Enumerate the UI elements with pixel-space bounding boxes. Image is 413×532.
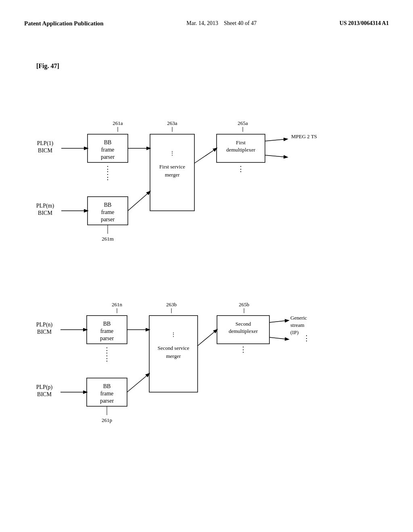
arrow-demux2-out2: [269, 337, 288, 339]
header-right: US 2013/0064314 A1: [340, 20, 389, 27]
header-left: Patent Application Publication: [24, 20, 104, 27]
page: Patent Application Publication Mar. 14, …: [0, 0, 413, 532]
bb-text-m: BB: [104, 202, 112, 208]
arrow-demux1-out2: [265, 155, 287, 157]
label-261m: 261m: [102, 236, 114, 242]
arrow-demux1-out1: [265, 139, 287, 141]
dots-generic: ⋮: [303, 334, 310, 342]
generic-text1: Generic: [290, 315, 307, 321]
frame-text-m: frame: [101, 209, 115, 215]
dots-bot-2: ⋮: [103, 354, 111, 362]
bb-text-1: BB: [104, 139, 112, 145]
bicmm-label: BICM: [38, 210, 52, 216]
parser-text-n: parser: [100, 335, 114, 341]
arrow-merger-demux1: [194, 148, 217, 163]
dots-merger-top: ⋮: [169, 150, 175, 156]
header-date: Mar. 14, 2013: [186, 20, 218, 26]
diagram-area: [Fig. 47] PLP(1) BICM 261a BB frame pars…: [24, 62, 389, 508]
generic-text2: stream: [290, 322, 305, 328]
label-261p: 261p: [102, 417, 112, 423]
arrow-merger2-demux2: [198, 330, 217, 346]
label-263a: 263a: [167, 120, 177, 126]
bicmp-label: BICM: [37, 391, 52, 397]
frame-text-n: frame: [100, 328, 114, 334]
label-261a: 261a: [113, 120, 123, 126]
dots-merger2-top: ⋮: [171, 332, 176, 338]
bb-text-n: BB: [103, 321, 111, 327]
bicmn-label: BICM: [37, 329, 52, 335]
first-demux-text2: demultiplexer: [226, 147, 256, 153]
parser-text-p: parser: [100, 398, 114, 404]
merger-text-2: merger: [166, 353, 181, 359]
arrow-demux2-out1: [269, 320, 288, 322]
plpn-label: PLP(n): [36, 322, 53, 328]
dots-demux2: ⋮: [240, 345, 247, 353]
parser-text-1: parser: [101, 154, 115, 160]
first-service-text: First service: [159, 164, 185, 170]
plpp-label: PLP(p): [36, 384, 53, 391]
merger-text-1: merger: [165, 172, 180, 178]
fig-label: [Fig. 47]: [36, 62, 59, 70]
dots-top-2: ⋮: [104, 173, 111, 181]
second-demux-text2: demultiplexer: [229, 328, 258, 334]
dots-bot-1: ⋮: [103, 346, 111, 354]
arrow-bbp-merger2: [127, 374, 149, 392]
mpeg-label: MPEG 2 TS: [291, 133, 317, 139]
arrow-bbm-merger: [128, 191, 150, 211]
header-center: Mar. 14, 2013 Sheet 40 of 47: [186, 20, 257, 27]
header: Patent Application Publication Mar. 14, …: [24, 20, 389, 27]
generic-text3: (IP): [290, 329, 298, 335]
header-sheet: Sheet 40 of 47: [224, 20, 257, 26]
frame-text-p: frame: [100, 391, 114, 397]
plpm-label: PLP(m): [36, 203, 54, 209]
second-service-text: Second service: [158, 345, 190, 351]
bicm1-label: BICM: [38, 148, 52, 154]
second-demux-text1: Second: [236, 321, 251, 327]
label-263b: 263b: [166, 301, 177, 308]
first-demux-text1: First: [236, 139, 246, 145]
label-261n: 261n: [112, 301, 123, 308]
dots-top-1: ⋮: [104, 165, 111, 173]
dots-demux1: ⋮: [237, 165, 244, 173]
frame-text-1: frame: [101, 147, 115, 153]
plp1-label: PLP(1): [37, 140, 54, 147]
label-265b: 265b: [239, 301, 249, 308]
label-265a: 265a: [238, 120, 248, 126]
parser-text-m: parser: [101, 216, 115, 222]
bottom-diagram: PLP(n) BICM 261n BB frame parser ⋮ ⋮ PLP…: [24, 260, 387, 461]
top-diagram: PLP(1) BICM 261a BB frame parser ⋮ ⋮ PLP…: [24, 75, 389, 276]
bb-text-p: BB: [103, 383, 111, 389]
